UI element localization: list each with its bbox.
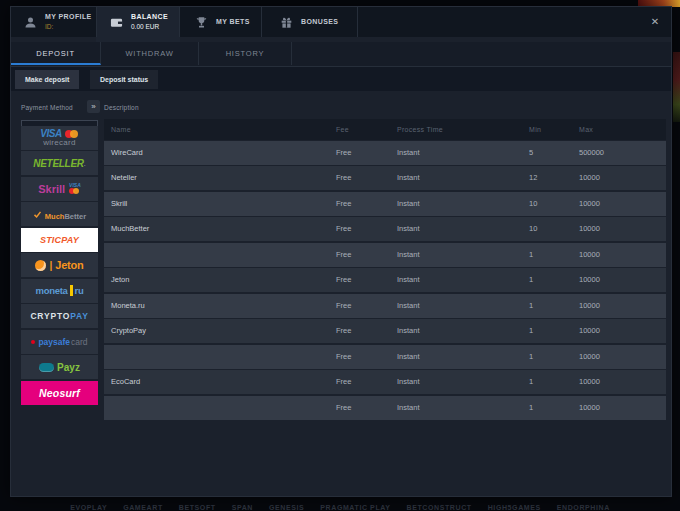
balance-tabs: DEPOSITWITHDRAWHISTORY — [11, 42, 671, 67]
cell-name: Jeton — [111, 268, 129, 292]
table-row-skrill[interactable]: SkrillFreeInstant1010000 — [104, 192, 666, 216]
sticpay-logo: STICPAY — [40, 235, 79, 245]
cell-name: WireCard — [111, 141, 143, 165]
cell-process-time: Instant — [397, 370, 420, 394]
payment-method-jeton[interactable]: |Jeton — [21, 253, 98, 277]
payment-method-neosurf[interactable]: Neosurf — [21, 381, 98, 405]
nav-label-mybets: MY BETS — [216, 18, 250, 26]
provider-logo: PRAGMATIC PLAY — [320, 504, 390, 511]
cell-fee: Free — [336, 294, 351, 318]
provider-logo: HIGH5GAMES — [488, 504, 541, 511]
cell-max: 10000 — [579, 243, 600, 267]
table-row-sticpay[interactable]: FreeInstant110000 — [104, 243, 666, 267]
paysafecard-logo: paysafe — [38, 337, 70, 347]
column-header-name: Name — [111, 119, 131, 140]
cell-name: Neteller — [111, 166, 137, 190]
cell-max: 10000 — [579, 217, 600, 241]
muchbetter-logo: Much — [45, 212, 65, 221]
close-icon[interactable]: ✕ — [647, 14, 663, 30]
description-label: Description — [104, 104, 139, 111]
provider-logo: BETSOFT — [179, 504, 216, 511]
cell-fee: Free — [336, 268, 351, 292]
provider-logo: GAMEART — [123, 504, 163, 511]
payment-method-payz[interactable]: Payz — [21, 355, 98, 379]
column-header-process-time: Process Time — [397, 119, 443, 140]
nav-item-bonuses[interactable]: BONUSES — [262, 7, 358, 37]
user-icon — [24, 16, 37, 29]
card-logos: VISA — [69, 183, 81, 194]
deposit-status-button[interactable]: Deposit status — [90, 70, 158, 89]
nav-label-bonuses: BONUSES — [301, 18, 338, 26]
provider-logo: BETCONSTRUCT — [407, 504, 472, 511]
column-header-fee: Fee — [336, 119, 349, 140]
neteller-logo: NETELLER — [33, 158, 83, 169]
cell-max: 10000 — [579, 166, 600, 190]
cell-max: 10000 — [579, 294, 600, 318]
payment-method-wirecard[interactable]: VISAwirecard — [21, 126, 98, 150]
cell-name: Skrill — [111, 192, 127, 216]
table-row-payz[interactable]: EcoCardFreeInstant110000 — [104, 370, 666, 394]
payment-method-sticpay[interactable]: STICPAY — [21, 228, 98, 252]
background-game-art-edge — [673, 52, 680, 122]
payz-logo: Payz — [57, 362, 80, 373]
cryptopay-logo: CRYPTO — [30, 311, 70, 321]
table-row-moneta[interactable]: Moneta.ruFreeInstant110000 — [104, 294, 666, 318]
tab-history[interactable]: HISTORY — [199, 42, 292, 65]
cell-process-time: Instant — [397, 166, 420, 190]
muchbetter-icon — [33, 210, 42, 219]
table-row-neteller[interactable]: NetellerFreeInstant1210000 — [104, 166, 666, 190]
cell-max: 10000 — [579, 345, 600, 369]
table-row-cryptopay[interactable]: CryptoPayFreeInstant110000 — [104, 319, 666, 343]
provider-logo: EVOPLAY — [70, 504, 107, 511]
cell-max: 10000 — [579, 319, 600, 343]
nav-item-balance[interactable]: BALANCE0.00 EUR — [96, 7, 180, 37]
nav-sub-profile: ID: — [45, 23, 92, 31]
tab-withdraw[interactable]: WITHDRAW — [101, 42, 199, 65]
nav-item-profile[interactable]: MY PROFILEID: — [11, 7, 96, 37]
cell-process-time: Instant — [397, 319, 420, 343]
cell-min: 12 — [529, 166, 537, 190]
provider-logo: ENDORPHINA — [557, 504, 610, 511]
table-row-paysafecard[interactable]: FreeInstant110000 — [104, 345, 666, 369]
cell-fee: Free — [336, 243, 351, 267]
top-nav: MY PROFILEID:BALANCE0.00 EURMY BETSBONUS… — [11, 7, 671, 37]
mastercard-logo — [65, 130, 79, 138]
column-header-max: Max — [579, 119, 593, 140]
cell-process-time: Instant — [397, 268, 420, 292]
moneta-logo: moneta — [36, 285, 68, 296]
cell-process-time: Instant — [397, 294, 420, 318]
cell-process-time: Instant — [397, 243, 420, 267]
deposit-subtabs: Make depositDeposit status — [11, 67, 671, 91]
gift-icon — [280, 16, 293, 29]
make-deposit-button[interactable]: Make deposit — [15, 70, 79, 89]
cell-fee: Free — [336, 319, 351, 343]
providers-footer: EVOPLAYGAMEARTBETSOFTSPANGENESISPRAGMATI… — [0, 504, 680, 511]
cell-min: 1 — [529, 345, 533, 369]
skrill-logo: Skrill — [38, 183, 65, 195]
cell-fee: Free — [336, 166, 351, 190]
provider-logo: GENESIS — [269, 504, 304, 511]
payment-method-muchbetter[interactable]: MuchBetter — [21, 202, 98, 226]
payment-method-skrill[interactable]: SkrillVISA — [21, 177, 98, 201]
nav-label-balance: BALANCE — [131, 13, 168, 21]
nav-item-mybets[interactable]: MY BETS — [180, 7, 262, 37]
table-header-row: NameFeeProcess TimeMinMax — [104, 119, 666, 140]
cell-process-time: Instant — [397, 141, 420, 165]
cell-name: MuchBetter — [111, 217, 149, 241]
table-row-jeton[interactable]: JetonFreeInstant110000 — [104, 268, 666, 292]
cell-min: 1 — [529, 396, 533, 420]
jeton-icon — [35, 260, 46, 271]
tab-deposit[interactable]: DEPOSIT — [11, 42, 101, 65]
table-row-wirecard[interactable]: WireCardFreeInstant5500000 — [104, 141, 666, 165]
collapse-panel-icon[interactable]: » — [87, 100, 100, 113]
cell-fee: Free — [336, 370, 351, 394]
table-row-neosurf[interactable]: FreeInstant110000 — [104, 396, 666, 420]
payment-method-neteller[interactable]: NETELLER. — [21, 151, 98, 175]
table-row-muchbetter[interactable]: MuchBetterFreeInstant1010000 — [104, 217, 666, 241]
payment-method-cryptopay[interactable]: CRYPTOPAY — [21, 304, 98, 328]
payment-method-paysafecard[interactable]: paysafecard — [21, 330, 98, 354]
payment-method-moneta[interactable]: monetaru — [21, 279, 98, 303]
column-header-min: Min — [529, 119, 541, 140]
cell-process-time: Instant — [397, 192, 420, 216]
cell-process-time: Instant — [397, 396, 420, 420]
